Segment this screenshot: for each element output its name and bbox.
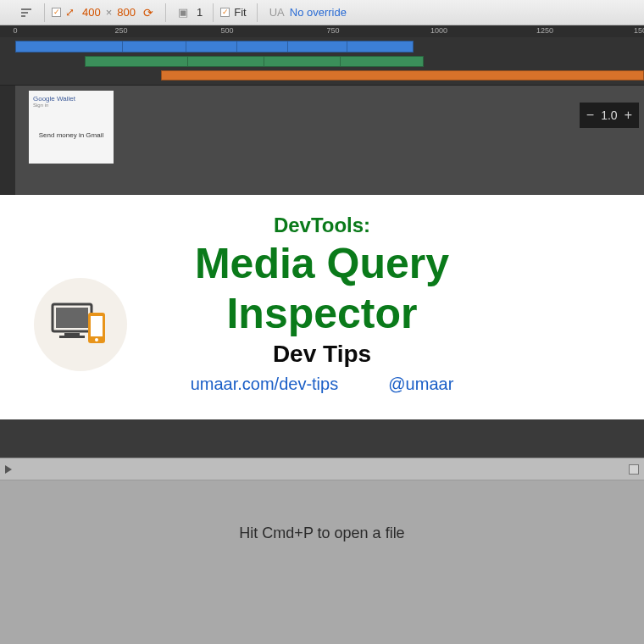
svg-rect-1 (21, 12, 28, 14)
overlay-link-handle[interactable]: @umaar (388, 375, 453, 393)
devices-icon (34, 278, 127, 371)
svg-rect-8 (91, 316, 103, 336)
ua-override-select[interactable]: No override (290, 6, 347, 19)
zoom-level-value: 1.0 (601, 108, 617, 122)
svg-rect-2 (21, 15, 25, 17)
dimension-separator: × (103, 6, 115, 19)
viewport-width-input[interactable]: 400 (80, 6, 103, 19)
page-preview-thumbnail[interactable]: Google Wallet Sign in Send money in Gmai… (29, 91, 114, 164)
resolution-checkbox[interactable]: ✓ (52, 8, 61, 17)
device-pixel-ratio-input[interactable]: 1 (193, 6, 206, 19)
panel-expand-button[interactable] (629, 464, 639, 475)
media-query-max-width-bar[interactable] (15, 41, 414, 53)
zoom-out-button[interactable]: − (586, 108, 594, 123)
device-toolbar: ✓ ⤢ 400 × 800 ⟳ ▣ 1 ✓ Fit UA No override (0, 0, 644, 25)
zoom-control: − 1.0 + (580, 103, 639, 128)
overlay-title-line1: Media Query (25, 241, 619, 287)
device-preview-area: Google Wallet Sign in Send money in Gmai… (0, 85, 644, 195)
crop-icon: ⤢ (65, 6, 75, 19)
sources-tabbar (0, 458, 644, 480)
svg-rect-5 (64, 333, 80, 336)
play-icon[interactable] (5, 465, 12, 474)
overlay-link-site[interactable]: umaar.com/dev-tips (191, 375, 339, 393)
svg-point-9 (95, 338, 98, 341)
open-file-hint: Hit Cmd+P to open a file (0, 525, 644, 542)
ua-label: UA (269, 6, 285, 19)
fit-label: Fit (234, 6, 246, 19)
media-queries-icon[interactable] (17, 3, 36, 22)
media-query-min-width-bar[interactable] (161, 70, 644, 80)
svg-rect-4 (56, 308, 88, 328)
media-query-bars (0, 37, 644, 85)
dpr-icon: ▣ (178, 6, 188, 19)
horizontal-ruler: 0 250 500 750 1000 1250 1500 (0, 25, 644, 37)
fit-checkbox[interactable]: ✓ (220, 8, 230, 17)
zoom-in-button[interactable]: + (625, 108, 632, 123)
sources-panel: Hit Cmd+P to open a file (0, 458, 644, 644)
swap-dimensions-icon[interactable]: ⟳ (143, 6, 153, 19)
overlay-subtitle: DevTools: (25, 214, 619, 237)
vertical-ruler (0, 86, 15, 195)
svg-rect-6 (59, 336, 85, 338)
viewport-height-input[interactable]: 800 (114, 6, 138, 19)
svg-rect-0 (21, 8, 31, 10)
media-query-range-bar[interactable] (85, 56, 424, 67)
